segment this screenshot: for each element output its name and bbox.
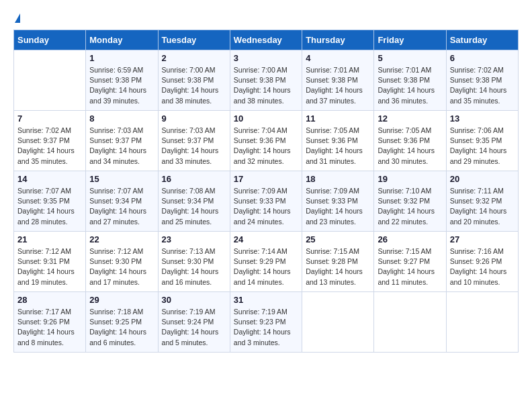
sunset-line: Sunset: 9:27 PM xyxy=(378,257,442,267)
sunrise-line: Sunrise: 7:19 AM xyxy=(234,307,298,317)
sunset-line: Sunset: 9:32 PM xyxy=(378,196,442,206)
day-cell xyxy=(374,292,446,353)
daylight-line: Daylight: 14 hours xyxy=(450,206,515,216)
day-number: 6 xyxy=(450,53,515,63)
sunrise-line: Sunrise: 7:02 AM xyxy=(17,126,82,136)
daylight-line2: and 3 minutes. xyxy=(234,338,298,348)
sunrise-line: Sunrise: 7:11 AM xyxy=(450,186,515,196)
sunset-line: Sunset: 9:33 PM xyxy=(234,196,298,206)
cell-info: Sunrise: 7:19 AMSunset: 9:23 PMDaylight:… xyxy=(234,307,298,348)
cell-info: Sunrise: 7:04 AMSunset: 9:36 PMDaylight:… xyxy=(234,126,298,167)
day-cell xyxy=(446,292,518,353)
day-number: 30 xyxy=(162,295,226,305)
sunrise-line: Sunrise: 7:15 AM xyxy=(378,246,442,257)
sunrise-line: Sunrise: 7:08 AM xyxy=(162,186,226,196)
sunrise-line: Sunrise: 7:15 AM xyxy=(306,246,370,257)
cell-info: Sunrise: 7:09 AMSunset: 9:33 PMDaylight:… xyxy=(306,186,370,227)
day-cell: 15Sunrise: 7:07 AMSunset: 9:34 PMDayligh… xyxy=(86,171,158,232)
day-cell: 11Sunrise: 7:05 AMSunset: 9:36 PMDayligh… xyxy=(302,111,374,171)
cell-info: Sunrise: 7:18 AMSunset: 9:25 PMDaylight:… xyxy=(89,307,154,348)
sunset-line: Sunset: 9:35 PM xyxy=(17,196,82,206)
daylight-line: Daylight: 14 hours xyxy=(306,267,370,277)
day-number: 31 xyxy=(234,295,298,305)
daylight-line: Daylight: 14 hours xyxy=(162,327,226,337)
sunset-line: Sunset: 9:26 PM xyxy=(450,257,515,267)
week-row-2: 14Sunrise: 7:07 AMSunset: 9:35 PMDayligh… xyxy=(14,171,519,232)
cell-info: Sunrise: 7:15 AMSunset: 9:28 PMDaylight:… xyxy=(306,246,370,287)
day-number: 5 xyxy=(378,53,442,63)
daylight-line: Daylight: 14 hours xyxy=(17,206,82,216)
daylight-line2: and 5 minutes. xyxy=(162,338,226,348)
sunrise-line: Sunrise: 7:03 AM xyxy=(89,126,154,136)
sunset-line: Sunset: 9:25 PM xyxy=(89,317,154,327)
daylight-line: Daylight: 14 hours xyxy=(162,206,226,216)
day-cell: 24Sunrise: 7:14 AMSunset: 9:29 PMDayligh… xyxy=(230,232,302,292)
day-cell: 19Sunrise: 7:10 AMSunset: 9:32 PMDayligh… xyxy=(374,171,446,232)
day-cell: 26Sunrise: 7:15 AMSunset: 9:27 PMDayligh… xyxy=(374,232,446,292)
daylight-line: Daylight: 14 hours xyxy=(378,146,442,156)
sunrise-line: Sunrise: 7:19 AM xyxy=(162,307,226,317)
daylight-line2: and 28 minutes. xyxy=(17,217,82,227)
day-cell: 6Sunrise: 7:02 AMSunset: 9:38 PMDaylight… xyxy=(446,50,518,111)
cell-info: Sunrise: 7:14 AMSunset: 9:29 PMDaylight:… xyxy=(234,246,298,287)
sunset-line: Sunset: 9:31 PM xyxy=(17,257,82,267)
day-number: 11 xyxy=(306,113,370,124)
cell-info: Sunrise: 7:11 AMSunset: 9:32 PMDaylight:… xyxy=(450,186,515,227)
daylight-line: Daylight: 14 hours xyxy=(162,267,226,277)
cell-info: Sunrise: 7:09 AMSunset: 9:33 PMDaylight:… xyxy=(234,186,298,227)
day-cell: 3Sunrise: 7:00 AMSunset: 9:38 PMDaylight… xyxy=(230,50,302,111)
cell-info: Sunrise: 7:08 AMSunset: 9:34 PMDaylight:… xyxy=(162,186,226,227)
week-row-4: 28Sunrise: 7:17 AMSunset: 9:26 PMDayligh… xyxy=(14,292,519,353)
sunrise-line: Sunrise: 7:09 AM xyxy=(306,186,370,196)
sunrise-line: Sunrise: 7:13 AM xyxy=(162,246,226,257)
daylight-line: Daylight: 14 hours xyxy=(17,327,82,337)
day-cell: 17Sunrise: 7:09 AMSunset: 9:33 PMDayligh… xyxy=(230,171,302,232)
week-row-0: 1Sunrise: 6:59 AMSunset: 9:38 PMDaylight… xyxy=(14,50,519,111)
sunset-line: Sunset: 9:37 PM xyxy=(17,136,82,146)
cell-info: Sunrise: 7:16 AMSunset: 9:26 PMDaylight:… xyxy=(450,246,515,287)
day-number: 21 xyxy=(17,234,82,244)
day-cell: 25Sunrise: 7:15 AMSunset: 9:28 PMDayligh… xyxy=(302,232,374,292)
daylight-line2: and 32 minutes. xyxy=(234,156,298,167)
day-number: 9 xyxy=(162,113,226,124)
daylight-line: Daylight: 14 hours xyxy=(234,85,298,95)
sunset-line: Sunset: 9:30 PM xyxy=(89,257,154,267)
day-cell: 22Sunrise: 7:12 AMSunset: 9:30 PMDayligh… xyxy=(86,232,158,292)
daylight-line2: and 38 minutes. xyxy=(234,96,298,106)
cell-info: Sunrise: 6:59 AMSunset: 9:38 PMDaylight:… xyxy=(89,65,154,106)
daylight-line: Daylight: 14 hours xyxy=(89,206,154,216)
daylight-line: Daylight: 14 hours xyxy=(450,85,515,95)
daylight-line: Daylight: 14 hours xyxy=(234,206,298,216)
sunset-line: Sunset: 9:38 PM xyxy=(234,75,298,85)
daylight-line2: and 17 minutes. xyxy=(89,277,154,287)
daylight-line: Daylight: 14 hours xyxy=(234,267,298,277)
daylight-line: Daylight: 14 hours xyxy=(234,327,298,337)
day-number: 17 xyxy=(234,174,298,184)
daylight-line2: and 27 minutes. xyxy=(89,217,154,227)
day-number: 25 xyxy=(306,234,370,244)
sunset-line: Sunset: 9:33 PM xyxy=(306,196,370,206)
sunrise-line: Sunrise: 7:00 AM xyxy=(234,65,298,75)
day-cell: 31Sunrise: 7:19 AMSunset: 9:23 PMDayligh… xyxy=(230,292,302,353)
day-cell: 20Sunrise: 7:11 AMSunset: 9:32 PMDayligh… xyxy=(446,171,518,232)
day-cell: 5Sunrise: 7:01 AMSunset: 9:38 PMDaylight… xyxy=(374,50,446,111)
sunset-line: Sunset: 9:24 PM xyxy=(162,317,226,327)
day-number: 18 xyxy=(306,174,370,184)
daylight-line2: and 24 minutes. xyxy=(234,217,298,227)
day-header-friday: Friday xyxy=(374,30,446,50)
day-number: 2 xyxy=(162,53,226,63)
sunrise-line: Sunrise: 7:17 AM xyxy=(17,307,82,317)
sunrise-line: Sunrise: 7:04 AM xyxy=(234,126,298,136)
day-cell: 23Sunrise: 7:13 AMSunset: 9:30 PMDayligh… xyxy=(158,232,230,292)
daylight-line: Daylight: 14 hours xyxy=(450,267,515,277)
daylight-line2: and 16 minutes. xyxy=(162,277,226,287)
daylight-line2: and 25 minutes. xyxy=(162,217,226,227)
day-number: 28 xyxy=(17,295,82,305)
daylight-line2: and 35 minutes. xyxy=(17,156,82,167)
page-header xyxy=(13,13,519,23)
daylight-line: Daylight: 14 hours xyxy=(378,85,442,95)
cell-info: Sunrise: 7:06 AMSunset: 9:35 PMDaylight:… xyxy=(450,126,515,167)
calendar-table: SundayMondayTuesdayWednesdayThursdayFrid… xyxy=(13,30,519,353)
day-cell: 29Sunrise: 7:18 AMSunset: 9:25 PMDayligh… xyxy=(86,292,158,353)
day-number: 19 xyxy=(378,174,442,184)
